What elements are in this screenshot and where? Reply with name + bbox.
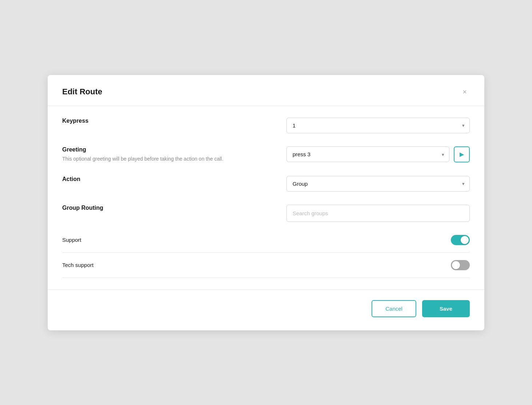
greeting-select-wrapper: press 1 press 2 press 3 press 4 ▾ — [286, 146, 449, 162]
save-button[interactable]: Save — [422, 300, 470, 317]
group-list: Support Tech support — [62, 228, 470, 278]
list-item: Support — [62, 228, 470, 253]
modal-header: Edit Route × — [48, 75, 484, 106]
modal-body: Keypress 1 2 3 4 5 6 7 8 9 — [48, 106, 484, 290]
action-row: Action Group User Queue Voicemail ▾ — [62, 176, 470, 192]
action-control-col: Group User Queue Voicemail ▾ — [286, 176, 470, 192]
group-routing-control-col — [286, 205, 470, 222]
tech-support-toggle-slider — [451, 260, 470, 270]
group-name-tech-support: Tech support — [62, 262, 94, 268]
keypress-control-col: 1 2 3 4 5 6 7 8 9 0 ▾ — [286, 118, 470, 133]
group-routing-label: Group Routing — [62, 205, 272, 211]
list-item: Tech support — [62, 253, 470, 278]
keypress-label-col: Keypress — [62, 118, 286, 126]
close-button[interactable]: × — [460, 87, 470, 97]
keypress-select[interactable]: 1 2 3 4 5 6 7 8 9 0 — [286, 118, 470, 133]
keypress-select-wrapper: 1 2 3 4 5 6 7 8 9 0 ▾ — [286, 118, 470, 133]
modal-title: Edit Route — [62, 87, 102, 97]
action-select[interactable]: Group User Queue Voicemail — [286, 176, 470, 192]
modal-footer: Cancel Save — [48, 290, 484, 330]
greeting-label: Greeting — [62, 146, 272, 153]
greeting-control-col: press 1 press 2 press 3 press 4 ▾ ▶ — [286, 146, 470, 162]
greeting-select[interactable]: press 1 press 2 press 3 press 4 — [286, 146, 449, 162]
keypress-row: Keypress 1 2 3 4 5 6 7 8 9 — [62, 118, 470, 133]
group-name-support: Support — [62, 237, 82, 243]
action-label-col: Action — [62, 176, 286, 184]
support-toggle[interactable] — [451, 235, 470, 245]
edit-route-modal: Edit Route × Keypress 1 2 3 4 5 — [48, 75, 484, 330]
keypress-label: Keypress — [62, 118, 272, 124]
modal-overlay: Edit Route × Keypress 1 2 3 4 5 — [0, 0, 532, 405]
tech-support-toggle[interactable] — [451, 260, 470, 270]
support-toggle-slider — [451, 235, 470, 245]
action-select-wrapper: Group User Queue Voicemail ▾ — [286, 176, 470, 192]
group-routing-label-col: Group Routing — [62, 205, 286, 213]
greeting-row: Greeting This optional greeting will be … — [62, 146, 470, 163]
play-icon: ▶ — [460, 151, 464, 158]
search-groups-input[interactable] — [286, 205, 470, 222]
group-routing-row: Group Routing — [62, 205, 470, 222]
greeting-description: This optional greeting will be played be… — [62, 155, 272, 163]
action-label: Action — [62, 176, 272, 182]
greeting-label-col: Greeting This optional greeting will be … — [62, 146, 286, 163]
cancel-button[interactable]: Cancel — [372, 300, 416, 317]
greeting-play-button[interactable]: ▶ — [454, 146, 470, 162]
